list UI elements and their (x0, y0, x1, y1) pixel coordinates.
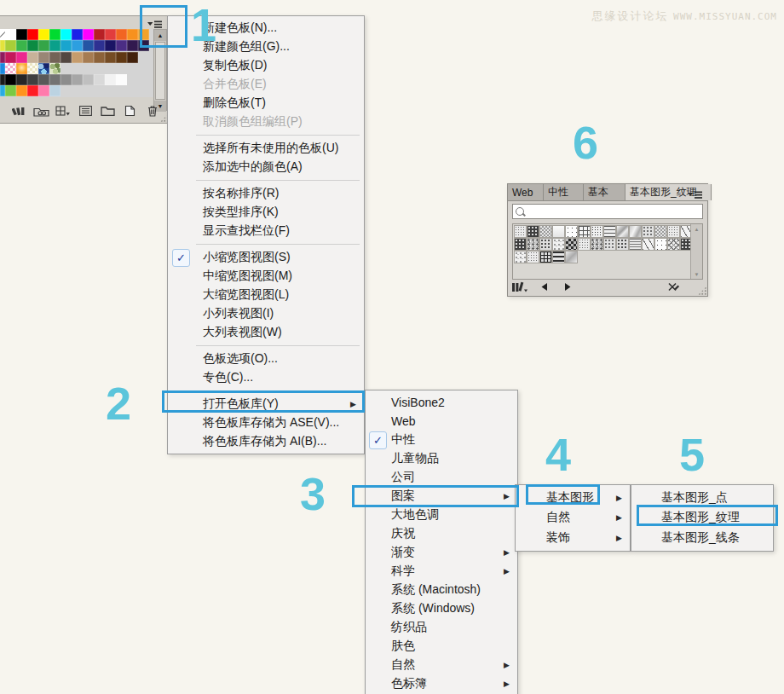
new-color-group-icon[interactable] (100, 103, 117, 119)
menu-item[interactable]: 系统 (Macintosh) (366, 581, 517, 599)
color-swatch[interactable] (116, 40, 127, 51)
show-swatch-kinds-icon[interactable] (32, 103, 49, 119)
scrollbar-thumb[interactable] (155, 42, 165, 100)
color-swatch[interactable] (105, 74, 116, 85)
menu-item[interactable]: 大列表视图(W) (168, 323, 364, 342)
menu-item[interactable]: 显示查找栏位(F) (168, 222, 364, 240)
menu-item[interactable]: 肤色 (366, 637, 517, 656)
color-swatch[interactable] (27, 74, 38, 85)
pattern-swatch[interactable] (552, 251, 565, 263)
pattern-swatch[interactable] (667, 238, 680, 251)
library-menu-icon[interactable] (511, 279, 528, 294)
menu-item[interactable]: 大缩览图视图(L) (168, 286, 364, 304)
color-swatch[interactable] (27, 63, 38, 74)
color-swatch[interactable] (38, 52, 49, 63)
pattern-swatch[interactable] (527, 251, 539, 263)
color-swatch[interactable] (83, 74, 94, 85)
pattern-swatch[interactable] (603, 225, 616, 238)
menu-item[interactable]: 小列表视图(I) (168, 304, 364, 323)
menu-item[interactable]: 纺织品 (366, 618, 517, 637)
color-swatch[interactable] (27, 52, 38, 63)
scroll-up-icon[interactable]: ▲ (691, 224, 702, 234)
color-swatch[interactable] (94, 74, 105, 85)
color-swatch[interactable] (72, 74, 83, 85)
pattern-swatch[interactable] (565, 251, 578, 263)
color-swatch[interactable] (127, 40, 138, 51)
menu-item[interactable]: VisiBone2 (366, 393, 517, 412)
pattern-swatch[interactable] (552, 225, 565, 238)
color-swatch[interactable] (5, 85, 16, 96)
menu-item[interactable]: 色板选项(O)... (168, 350, 364, 368)
pattern-swatch[interactable] (527, 225, 539, 238)
color-swatch[interactable] (61, 40, 72, 51)
pattern-swatch[interactable] (565, 225, 578, 238)
color-swatch[interactable] (27, 40, 38, 51)
color-swatch[interactable] (72, 52, 83, 63)
delete-swatch-icon[interactable] (144, 103, 161, 119)
color-swatch[interactable] (49, 74, 61, 85)
color-swatch[interactable] (94, 29, 105, 40)
color-swatch[interactable] (116, 29, 127, 40)
pattern-swatch[interactable] (642, 238, 654, 251)
pattern-swatch[interactable] (654, 225, 667, 238)
menu-item[interactable]: 中缩览图视图(M) (168, 267, 364, 286)
menu-item[interactable]: ✓小缩览图视图(S) (168, 248, 364, 267)
color-swatch[interactable] (49, 63, 61, 74)
color-swatch[interactable] (83, 40, 94, 51)
color-swatch[interactable] (105, 40, 116, 51)
pattern-swatch[interactable] (629, 225, 642, 238)
color-swatch[interactable] (105, 29, 116, 40)
pattern-swatch[interactable] (667, 225, 680, 238)
pattern-swatch[interactable] (616, 238, 629, 251)
color-swatch[interactable] (38, 29, 49, 40)
pattern-swatch[interactable] (514, 251, 527, 263)
panel-tab[interactable]: 中性 (544, 184, 584, 200)
color-swatch[interactable] (116, 52, 127, 63)
color-swatch[interactable] (27, 85, 38, 96)
pattern-scrollbar[interactable]: ▲ ▼ (690, 224, 702, 279)
pattern-swatch[interactable] (514, 225, 527, 238)
color-swatch[interactable] (5, 74, 16, 85)
pattern-swatch[interactable] (552, 238, 565, 251)
menu-item[interactable]: 选择所有未使用的色板(U) (168, 139, 364, 158)
menu-item[interactable]: 公司 (366, 468, 517, 487)
color-swatch[interactable] (49, 85, 61, 96)
search-input[interactable] (527, 205, 702, 218)
color-swatch[interactable] (94, 40, 105, 51)
color-swatch[interactable] (38, 74, 49, 85)
color-swatch[interactable] (16, 40, 27, 51)
color-swatch[interactable] (94, 52, 105, 63)
color-swatch[interactable] (105, 52, 116, 63)
menu-item[interactable]: 将色板库存储为 ASE(V)... (168, 414, 364, 432)
color-swatch[interactable] (72, 40, 83, 51)
pattern-swatch[interactable] (527, 238, 539, 251)
pattern-swatch[interactable] (514, 238, 527, 251)
pattern-swatch[interactable] (565, 238, 578, 251)
pattern-swatch[interactable] (654, 238, 667, 251)
color-swatch[interactable] (127, 52, 138, 63)
menu-item[interactable]: 科学▶ (366, 562, 517, 581)
menu-item[interactable]: 专色(C)... (168, 368, 364, 387)
swatch-libraries-icon[interactable] (10, 103, 27, 119)
menu-item[interactable]: 删除色板(T) (168, 94, 364, 113)
prev-page-icon[interactable] (535, 279, 552, 294)
menu-item[interactable]: 大地色调 (366, 506, 517, 524)
color-swatch[interactable] (5, 29, 16, 40)
swatch-options-icon[interactable] (55, 103, 72, 119)
pattern-swatch[interactable] (539, 238, 552, 251)
color-swatch[interactable] (83, 29, 94, 40)
pattern-swatch[interactable] (629, 238, 642, 251)
menu-item[interactable]: 儿童物品 (366, 449, 517, 468)
color-swatch[interactable] (16, 74, 27, 85)
color-swatch[interactable] (38, 63, 49, 74)
pattern-swatch[interactable] (578, 238, 591, 251)
list-view-icon[interactable] (77, 103, 94, 119)
color-swatch[interactable] (49, 40, 61, 51)
panel-tab[interactable]: 基本 (584, 184, 625, 200)
menu-item[interactable]: 装饰▶ (516, 528, 630, 548)
menu-item[interactable]: 渐变▶ (366, 543, 517, 562)
color-swatch[interactable] (5, 63, 16, 74)
pattern-swatch[interactable] (539, 251, 552, 263)
menu-item[interactable]: 色标簿▶ (366, 674, 517, 693)
color-swatch[interactable] (61, 29, 72, 40)
